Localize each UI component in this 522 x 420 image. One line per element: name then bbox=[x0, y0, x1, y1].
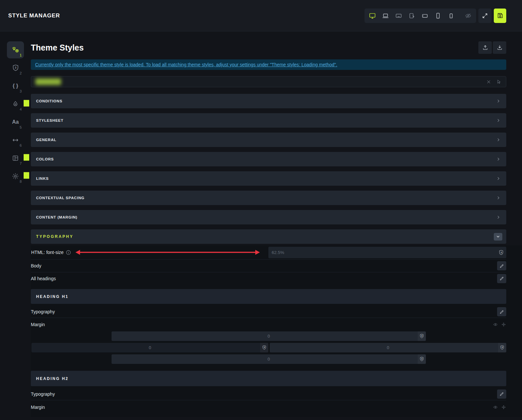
notice-link[interactable]: Currently only the most specific theme s… bbox=[35, 62, 337, 67]
sidebar-item-code[interactable]: { } 3 bbox=[0, 77, 31, 95]
section-label: TYPOGRAPHY bbox=[36, 234, 73, 239]
edit-body-button[interactable] bbox=[497, 261, 506, 270]
pencil-icon bbox=[499, 263, 504, 268]
edit-h2-typography-button[interactable] bbox=[497, 389, 506, 399]
inherited-shield-icon[interactable]: 3 bbox=[418, 354, 426, 364]
info-icon[interactable] bbox=[66, 250, 71, 255]
preview-toggle-button[interactable] bbox=[462, 9, 475, 23]
device-tablet-touch-button[interactable] bbox=[405, 9, 418, 23]
sidebar-item-typography[interactable]: Aa 5 bbox=[0, 113, 31, 131]
edit-h1-typography-button[interactable] bbox=[497, 307, 506, 316]
device-phone-button[interactable] bbox=[431, 9, 445, 23]
pencil-icon bbox=[499, 309, 504, 314]
edit-all-headings-button[interactable] bbox=[497, 274, 506, 283]
section-stylesheet[interactable]: STYLESHEET bbox=[31, 113, 506, 128]
chevron-right-icon bbox=[496, 118, 501, 123]
h1-typography-row: Typography bbox=[31, 306, 506, 318]
save-button[interactable] bbox=[494, 9, 506, 23]
sidebar-shortcut-number: 5 bbox=[20, 125, 22, 129]
expand-button[interactable] bbox=[478, 9, 491, 23]
h2-typography-row: Typography bbox=[31, 388, 506, 400]
heading-h2-header: HEADING H2 bbox=[31, 371, 506, 386]
sidebar-shortcut-number: 2 bbox=[20, 71, 22, 75]
device-laptop-button[interactable] bbox=[379, 9, 392, 23]
section-colors[interactable]: COLORS bbox=[31, 152, 506, 166]
chevron-right-icon bbox=[496, 98, 501, 104]
close-icon[interactable] bbox=[486, 79, 491, 85]
layout-grid-icon bbox=[12, 155, 19, 162]
svg-text:3: 3 bbox=[502, 346, 503, 348]
link-directions-icon[interactable] bbox=[501, 405, 506, 410]
inherited-shield-icon[interactable]: 3 bbox=[498, 343, 506, 352]
eye-icon[interactable] bbox=[493, 405, 498, 410]
sidebar: 1 3 2 { } 3 4 Aa 5 6 7 bbox=[0, 32, 31, 420]
pencil-icon bbox=[499, 391, 504, 396]
h1-margin-row: Margin bbox=[31, 320, 506, 329]
margin-right-input[interactable] bbox=[270, 343, 506, 352]
inherited-shield-icon[interactable]: 3 bbox=[260, 343, 268, 352]
link-directions-icon[interactable] bbox=[501, 322, 506, 327]
sidebar-shortcut-number: 7 bbox=[20, 161, 22, 165]
section-content-margin[interactable]: CONTENT (MARGIN) bbox=[31, 210, 506, 224]
svg-text:3: 3 bbox=[264, 346, 265, 348]
download-icon bbox=[496, 44, 503, 51]
all-headings-label: All headings bbox=[31, 276, 56, 281]
topbar-actions bbox=[365, 9, 506, 23]
device-tablet-small-button[interactable] bbox=[418, 9, 431, 23]
chevron-right-icon bbox=[496, 176, 501, 181]
section-label: STYLESHEET bbox=[36, 118, 63, 122]
device-phone-small-button[interactable] bbox=[445, 9, 458, 23]
sidebar-item-colors[interactable]: 4 bbox=[0, 95, 31, 113]
export-button[interactable] bbox=[478, 41, 492, 54]
typography-aa-icon: Aa bbox=[12, 119, 19, 125]
sidebar-item-settings[interactable]: 8 bbox=[0, 167, 31, 185]
sidebar-item-spacing[interactable]: 6 bbox=[0, 131, 31, 149]
margin-left-field: 3 bbox=[31, 343, 268, 352]
section-general[interactable]: GENERAL bbox=[31, 133, 506, 147]
margin-bottom-input[interactable] bbox=[112, 354, 426, 364]
margin-right-field: 3 bbox=[270, 343, 506, 352]
h2-margin-row: Margin bbox=[31, 402, 506, 417]
section-conditions[interactable]: CONDITIONS bbox=[31, 94, 506, 108]
sidebar-item-layout[interactable]: 7 bbox=[0, 149, 31, 167]
style-name-blurred bbox=[35, 78, 61, 85]
chevron-right-icon bbox=[496, 157, 501, 162]
eye-icon[interactable] bbox=[493, 322, 498, 327]
heading-h1-header: HEADING H1 bbox=[31, 289, 506, 304]
typography-panel: HTML: font-size 3 Body All headings bbox=[31, 245, 522, 417]
section-links[interactable]: LINKS bbox=[31, 171, 506, 186]
device-tablet-landscape-button[interactable] bbox=[392, 9, 405, 23]
h1-typography-label: Typography bbox=[31, 309, 55, 314]
margin-left-input[interactable] bbox=[31, 343, 268, 352]
margin-top-input[interactable] bbox=[112, 331, 426, 341]
inherited-shield-icon[interactable]: 3 bbox=[418, 331, 426, 341]
body-label: Body bbox=[31, 263, 41, 268]
device-toolbar bbox=[365, 9, 476, 23]
h1-margin-inputs: 3 3 3 3 bbox=[31, 331, 506, 366]
cursor-pointer-icon[interactable] bbox=[496, 79, 502, 85]
section-label: CONDITIONS bbox=[36, 99, 62, 103]
heading-h2-label: HEADING H2 bbox=[36, 376, 69, 381]
annotation-arrow bbox=[75, 249, 261, 255]
sidebar-item-shield[interactable]: 3 2 bbox=[0, 59, 31, 77]
h1-margin-label: Margin bbox=[31, 322, 45, 327]
device-desktop-button[interactable] bbox=[366, 9, 379, 23]
section-contextual-spacing[interactable]: CONTEXTUAL SPACING bbox=[31, 191, 506, 205]
inherited-shield-icon[interactable]: 3 bbox=[499, 250, 504, 255]
html-font-size-input[interactable] bbox=[268, 247, 506, 258]
html-font-size-label: HTML: font-size bbox=[31, 250, 64, 255]
import-button[interactable] bbox=[493, 41, 506, 54]
app-title: STYLE MANAGER bbox=[8, 12, 60, 19]
sidebar-item-theme-styles[interactable]: 1 bbox=[0, 41, 31, 59]
html-font-size-row: HTML: font-size 3 bbox=[31, 245, 506, 260]
section-typography[interactable]: TYPOGRAPHY bbox=[31, 229, 506, 244]
collapse-button[interactable] bbox=[494, 233, 502, 241]
main-panel: Theme Styles Currently only the most spe… bbox=[31, 32, 522, 420]
section-label: CONTEXTUAL SPACING bbox=[36, 196, 85, 200]
margin-top-field: 3 bbox=[112, 331, 426, 341]
color-drop-icon bbox=[12, 100, 19, 108]
section-label: GENERAL bbox=[36, 138, 56, 142]
section-label: LINKS bbox=[36, 177, 49, 180]
upload-icon bbox=[482, 44, 489, 51]
svg-text:3: 3 bbox=[421, 358, 423, 360]
